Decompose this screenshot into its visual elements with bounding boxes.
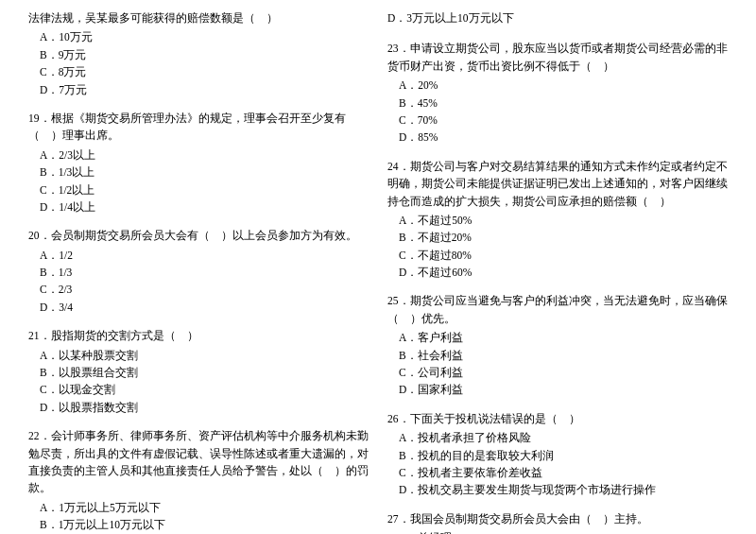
question-27-options: A．总经理 (387, 529, 728, 534)
option: A．2/3以上 (40, 146, 369, 164)
question-prev-text: 法律法规，吴某最多可能获得的赔偿数额是（ ） (28, 9, 369, 26)
option: B．1/3以上 (40, 164, 369, 181)
question-26: 26．下面关于投机说法错误的是（ ） A．投机者承担了价格风险 B．投机的目的是… (387, 410, 728, 499)
question-22d: D．3万元以上10万元以下 (387, 9, 728, 28)
question-prev-options: A．10万元 B．9万元 C．8万元 D．7万元 (28, 28, 369, 98)
question-21: 21．股指期货的交割方式是（ ） A．以某种股票交割 B．以股票组合交割 C．以… (28, 327, 369, 416)
left-column: 法律法规，吴某最多可能获得的赔偿数额是（ ） A．10万元 B．9万元 C．8万… (28, 9, 369, 534)
option: C．70% (399, 112, 728, 129)
question-22d-text: D．3万元以上10万元以下 (387, 9, 728, 26)
option: C．公司利益 (399, 364, 728, 381)
question-23: 23．申请设立期货公司，股东应当以货币或者期货公司经营必需的非货币财产出资，货币… (387, 40, 728, 146)
question-27: 27．我国会员制期货交易所会员大会由（ ）主持。 A．总经理 (387, 510, 728, 534)
option: B．1万元以上10万元以下 (40, 516, 369, 533)
option: A．1万元以上5万元以下 (40, 499, 369, 516)
question-20: 20．会员制期货交易所会员大会有（ ）以上会员参加方为有效。 A．1/2 B．1… (28, 227, 369, 316)
question-26-options: A．投机者承担了价格风险 B．投机的目的是套取较大利润 C．投机者主要依靠价差收… (387, 429, 728, 499)
question-24-text: 24．期货公司与客户对交易结算结果的通知方式未作约定或者约定不明确，期货公司未能… (387, 158, 728, 210)
question-prev: 法律法规，吴某最多可能获得的赔偿数额是（ ） A．10万元 B．9万元 C．8万… (28, 9, 369, 98)
option: D．以股票指数交割 (40, 399, 369, 416)
question-26-text: 26．下面关于投机说法错误的是（ ） (387, 410, 728, 427)
right-column: D．3万元以上10万元以下 23．申请设立期货公司，股东应当以货币或者期货公司经… (387, 9, 728, 534)
option: B．以股票组合交割 (40, 364, 369, 381)
option: C．投机者主要依靠价差收益 (399, 464, 728, 481)
option: A．投机者承担了价格风险 (399, 429, 728, 446)
question-21-options: A．以某种股票交割 B．以股票组合交割 C．以现金交割 D．以股票指数交割 (28, 347, 369, 417)
question-22-text: 22．会计师事务所、律师事务所、资产评估机构等中介服务机构未勤勉尽责，所出具的文… (28, 427, 369, 497)
option: D．不超过60% (399, 264, 728, 281)
question-27-text: 27．我国会员制期货交易所会员大会由（ ）主持。 (387, 510, 728, 527)
question-19: 19．根据《期货交易所管理办法》的规定，理事会召开至少复有（ ）理事出席。 A．… (28, 110, 369, 215)
question-25-options: A．客户利益 B．社会利益 C．公司利益 D．国家利益 (387, 329, 728, 399)
question-24: 24．期货公司与客户对交易结算结果的通知方式未作约定或者约定不明确，期货公司未能… (387, 158, 728, 282)
option: D．85% (399, 129, 728, 146)
question-25-text: 25．期货公司应当避免与客户的利益冲突，当无法避免时，应当确保（ ）优先。 (387, 292, 728, 327)
option: C．2/3 (40, 281, 369, 298)
option: C．1/2以上 (40, 181, 369, 198)
option: D．1/4以上 (40, 198, 369, 215)
option: B．社会利益 (399, 347, 728, 364)
page-content: 法律法规，吴某最多可能获得的赔偿数额是（ ） A．10万元 B．9万元 C．8万… (28, 9, 728, 534)
option: A．10万元 (40, 28, 369, 45)
question-19-options: A．2/3以上 B．1/3以上 C．1/2以上 D．1/4以上 (28, 146, 369, 216)
option: B．不超过20% (399, 229, 728, 246)
option: A．以某种股票交割 (40, 347, 369, 364)
option: D．7万元 (40, 81, 369, 98)
option: D．国家利益 (399, 381, 728, 398)
question-24-options: A．不超过50% B．不超过20% C．不超过80% D．不超过60% (387, 212, 728, 282)
option: A．客户利益 (399, 329, 728, 346)
question-23-options: A．20% B．45% C．70% D．85% (387, 77, 728, 146)
question-20-text: 20．会员制期货交易所会员大会有（ ）以上会员参加方为有效。 (28, 227, 369, 244)
option: C．8万元 (40, 63, 369, 80)
option: D．3/4 (40, 299, 369, 316)
option: A．1/2 (40, 247, 369, 264)
option: B．投机的目的是套取较大利润 (399, 447, 728, 464)
question-23-text: 23．申请设立期货公司，股东应当以货币或者期货公司经营必需的非货币财产出资，货币… (387, 40, 728, 75)
option: D．投机交易主要发生期货与现货两个市场进行操作 (399, 481, 728, 498)
question-25: 25．期货公司应当避免与客户的利益冲突，当无法避免时，应当确保（ ）优先。 A．… (387, 292, 728, 398)
question-20-options: A．1/2 B．1/3 C．2/3 D．3/4 (28, 247, 369, 317)
question-22-options: A．1万元以上5万元以下 B．1万元以上10万元以下 C．3万元以上5万元以下 (28, 499, 369, 534)
question-21-text: 21．股指期货的交割方式是（ ） (28, 327, 369, 344)
option: B．9万元 (40, 46, 369, 63)
option: B．45% (399, 95, 728, 112)
option: C．以现金交割 (40, 381, 369, 398)
option: A．总经理 (399, 529, 728, 534)
option: A．20% (399, 77, 728, 94)
question-19-text: 19．根据《期货交易所管理办法》的规定，理事会召开至少复有（ ）理事出席。 (28, 110, 369, 145)
option: A．不超过50% (399, 212, 728, 229)
option: C．不超过80% (399, 247, 728, 264)
question-22: 22．会计师事务所、律师事务所、资产评估机构等中介服务机构未勤勉尽责，所出具的文… (28, 427, 369, 534)
option: B．1/3 (40, 264, 369, 281)
